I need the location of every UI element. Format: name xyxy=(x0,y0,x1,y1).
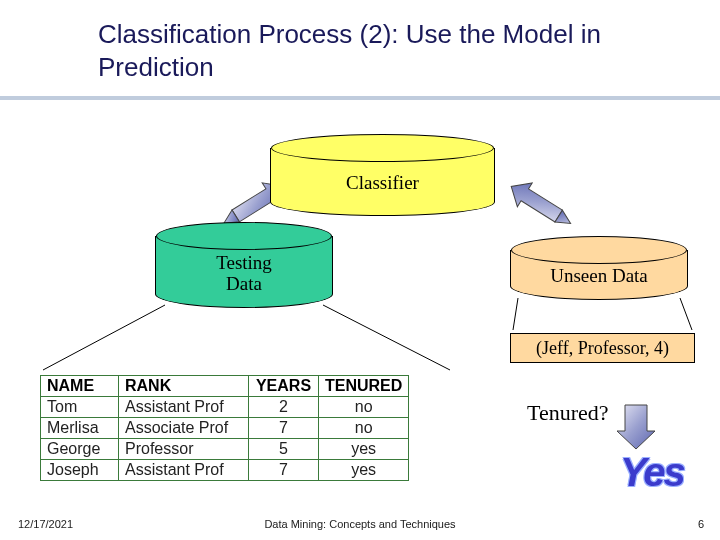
svg-line-5 xyxy=(323,305,450,370)
svg-line-7 xyxy=(680,298,692,330)
footer-date: 12/17/2021 xyxy=(18,518,73,530)
testing-data-cylinder: TestingData xyxy=(155,236,333,308)
col-header-rank: RANK xyxy=(119,376,249,397)
table-row: Merlisa Associate Prof 7 no xyxy=(41,418,409,439)
col-header-name: NAME xyxy=(41,376,119,397)
col-header-years: YEARS xyxy=(249,376,319,397)
col-header-tenured: TENURED xyxy=(319,376,409,397)
testing-data-table: NAME RANK YEARS TENURED Tom Assistant Pr… xyxy=(40,375,409,481)
svg-marker-3 xyxy=(555,210,574,229)
title-underline xyxy=(0,96,720,100)
slide-title: Classification Process (2): Use the Mode… xyxy=(0,0,620,83)
table-row: Tom Assistant Prof 2 no xyxy=(41,397,409,418)
yes-wordart: Yes xyxy=(620,450,684,495)
question-label: Tenured? xyxy=(527,400,609,426)
svg-marker-2 xyxy=(504,175,566,228)
footer-page-number: 6 xyxy=(698,518,704,530)
table-header-row: NAME RANK YEARS TENURED xyxy=(41,376,409,397)
unseen-data-cylinder: Unseen Data xyxy=(510,250,688,300)
classifier-cylinder: Classifier xyxy=(270,148,495,216)
table-row: George Professor 5 yes xyxy=(41,439,409,460)
testing-data-label: TestingData xyxy=(216,252,272,296)
table-row: Joseph Assistant Prof 7 yes xyxy=(41,460,409,481)
svg-line-4 xyxy=(43,305,165,370)
svg-marker-8 xyxy=(617,405,655,449)
classifier-label: Classifier xyxy=(346,172,419,194)
unseen-data-label: Unseen Data xyxy=(550,265,648,287)
footer-source: Data Mining: Concepts and Techniques xyxy=(264,518,455,530)
example-tuple-box: (Jeff, Professor, 4) xyxy=(510,333,695,363)
svg-line-6 xyxy=(513,298,518,330)
